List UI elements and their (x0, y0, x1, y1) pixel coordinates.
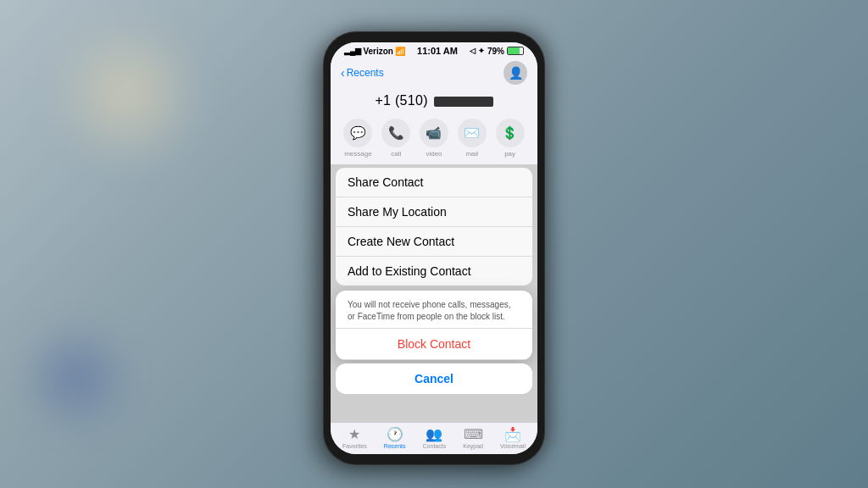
back-chevron-icon: ‹ (341, 66, 345, 80)
block-contact-alert: You will not receive phone calls, messag… (336, 291, 532, 360)
tab-favorites[interactable]: ★ Favorites (342, 426, 367, 449)
bluetooth-icon: ✦ (478, 47, 485, 55)
share-location-label: Share My Location (348, 205, 447, 219)
bg-decoration-1 (51, 17, 203, 169)
create-contact-item[interactable]: Create New Contact (336, 227, 532, 257)
add-existing-label: Add to Existing Contact (348, 264, 471, 278)
favorites-label: Favorites (342, 443, 367, 449)
pay-label: pay (504, 150, 515, 158)
call-label: call (391, 150, 401, 158)
share-contact-item[interactable]: Share Contact (336, 168, 532, 197)
tab-voicemail[interactable]: 📩 Voicemail (500, 426, 526, 449)
contact-avatar: 👤 (504, 61, 527, 85)
video-icon: 📹 (420, 119, 448, 147)
share-location-item[interactable]: Share My Location (336, 197, 532, 227)
message-action-button[interactable]: 💬 message (343, 119, 372, 158)
share-contact-label: Share Contact (348, 175, 424, 189)
nav-bar: ‹ Recents 👤 (331, 58, 537, 90)
video-action-button[interactable]: 📹 video (420, 119, 448, 158)
keypad-label: Keypad (463, 443, 483, 449)
signal-bars: ▂▄▆ (344, 47, 361, 55)
phone-prefix: +1 (510) (375, 93, 427, 108)
scene: ▂▄▆ Verizon 📶 11:01 AM ◁ ✦ 79% (0, 0, 868, 488)
status-time: 11:01 AM (417, 46, 458, 56)
tab-recents[interactable]: 🕐 Recents (384, 426, 406, 449)
mail-action-button[interactable]: ✉️ mail (458, 119, 487, 158)
action-buttons-row: 💬 message 📞 call 📹 video ✉️ mail (331, 115, 537, 164)
recents-icon: 🕐 (387, 426, 403, 442)
phone-screen: ▂▄▆ Verizon 📶 11:01 AM ◁ ✦ 79% (331, 42, 537, 454)
battery-percent: 79% (487, 47, 504, 56)
contacts-label: Contacts (423, 443, 447, 449)
recents-label: Recents (384, 443, 406, 449)
bg-decoration-2 (17, 319, 136, 437)
carrier-label: Verizon (363, 47, 393, 56)
action-sheet-items: Share Contact Share My Location Create N… (336, 168, 532, 286)
voicemail-icon: 📩 (504, 426, 521, 442)
back-button[interactable]: ‹ Recents (341, 66, 384, 80)
message-icon: 💬 (343, 119, 372, 147)
block-contact-button[interactable]: Block Contact (336, 329, 532, 360)
action-sheet-backdrop: Share Contact Share My Location Create N… (331, 164, 537, 422)
favorites-icon: ★ (348, 426, 360, 442)
location-icon: ◁ (470, 47, 476, 55)
tab-keypad[interactable]: ⌨ Keypad (463, 426, 483, 449)
battery-indicator (507, 47, 524, 55)
keypad-icon: ⌨ (464, 426, 483, 442)
avatar-icon: 👤 (509, 66, 523, 80)
mail-icon: ✉️ (458, 119, 487, 147)
phone-device: ▂▄▆ Verizon 📶 11:01 AM ◁ ✦ 79% (324, 32, 544, 464)
video-label: video (426, 150, 442, 158)
battery-fill (508, 47, 520, 54)
wifi-icon: 📶 (395, 47, 405, 56)
back-label: Recents (347, 67, 384, 79)
tab-contacts[interactable]: 👥 Contacts (423, 426, 447, 449)
tab-bar: ★ Favorites 🕐 Recents 👥 Contacts ⌨ Keypa… (331, 422, 537, 454)
pay-action-button[interactable]: 💲 pay (496, 119, 525, 158)
status-right: ◁ ✦ 79% (470, 47, 524, 56)
pay-icon: 💲 (496, 119, 525, 147)
mail-label: mail (465, 150, 478, 158)
status-left: ▂▄▆ Verizon 📶 (344, 47, 405, 56)
phone-number: +1 (510) (375, 93, 492, 108)
phone-wrapper: ▂▄▆ Verizon 📶 11:01 AM ◁ ✦ 79% (303, 15, 565, 473)
create-contact-label: Create New Contact (348, 235, 454, 248)
call-icon: 📞 (381, 119, 410, 147)
add-existing-contact-item[interactable]: Add to Existing Contact (336, 257, 532, 286)
contacts-icon: 👥 (426, 426, 442, 442)
status-bar: ▂▄▆ Verizon 📶 11:01 AM ◁ ✦ 79% (331, 42, 537, 58)
phone-number-area: +1 (510) (331, 90, 537, 115)
voicemail-label: Voicemail (500, 443, 526, 449)
phone-number-masked (434, 97, 493, 107)
message-label: message (344, 150, 371, 158)
battery-bar (507, 47, 524, 55)
alert-message: You will not receive phone calls, messag… (336, 291, 532, 328)
cancel-button[interactable]: Cancel (336, 363, 532, 394)
call-action-button[interactable]: 📞 call (381, 119, 410, 158)
